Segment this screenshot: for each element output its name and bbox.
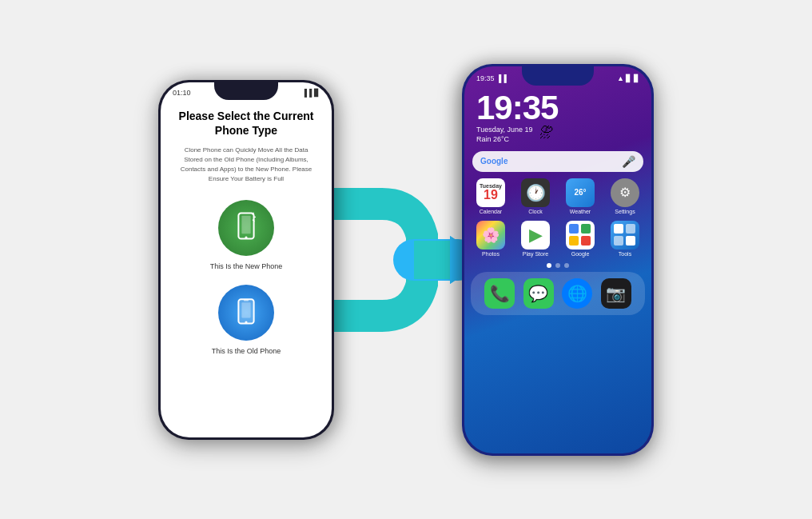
left-phone-title: Please Select the Current Phone Type — [177, 109, 316, 138]
app-settings[interactable]: ⚙ Settings — [605, 178, 645, 214]
calendar-icon: Tuesday 19 — [476, 178, 505, 207]
old-phone-circle — [218, 285, 274, 341]
left-phone: 01:10 ▐▐ ▊ Please Select the Current Pho… — [158, 80, 334, 440]
google-text: Google — [480, 157, 508, 166]
app-grid-row1: Tuesday 19 Calendar 🕐 Clock 26° Weather — [464, 178, 651, 214]
right-phone-screen: 19:35 ▐▐ ▲ ▊ ▊ 19:35 Tuesday, June 19 Ra… — [464, 66, 651, 453]
dock-browser[interactable]: 🌐 — [562, 278, 592, 309]
lock-weather: Rain 26°C — [476, 134, 533, 145]
tools-icon — [611, 221, 639, 250]
tools-label: Tools — [619, 251, 631, 257]
clock-icon: 🕐 — [521, 178, 550, 207]
svg-point-8 — [245, 321, 247, 323]
app-weather[interactable]: 26° Weather — [560, 178, 600, 214]
settings-label: Settings — [615, 209, 635, 214]
transfer-arrow — [310, 156, 486, 364]
lock-date-block: Tuesday, June 19 Rain 26°C — [476, 125, 533, 145]
clock-label: Clock — [528, 209, 543, 214]
photos-icon: 🌸 — [476, 221, 505, 250]
svg-point-2 — [245, 236, 247, 238]
app-playstore[interactable]: ▶ Play Store — [515, 221, 555, 257]
lock-date: Tuesday, June 19 — [476, 125, 533, 135]
app-google[interactable]: Google — [560, 221, 600, 257]
new-phone-circle — [218, 200, 274, 256]
calendar-label: Calendar — [480, 209, 502, 214]
right-phone: 19:35 ▐▐ ▲ ▊ ▊ 19:35 Tuesday, June 19 Ra… — [462, 64, 654, 456]
dock-camera[interactable]: 📷 — [601, 278, 631, 309]
right-status-time: 19:35 ▐▐ — [476, 74, 507, 82]
settings-icon: ⚙ — [611, 178, 639, 207]
left-phone-description: Clone Phone can Quickly Move All the Dat… — [177, 146, 316, 184]
dot-1 — [547, 263, 551, 268]
new-phone-icon — [234, 212, 258, 244]
dot-3 — [564, 263, 569, 268]
google-search-bar[interactable]: Google 🎤 — [472, 151, 643, 172]
google-label: Google — [571, 251, 590, 257]
app-grid-row2: 🌸 Photos ▶ Play Store Google — [464, 221, 651, 257]
lock-screen-time: 19:35 — [464, 91, 651, 125]
svg-rect-9 — [244, 300, 249, 301]
left-status-time: 01:10 — [173, 89, 191, 97]
svg-rect-1 — [241, 216, 250, 234]
app-tools[interactable]: Tools — [605, 221, 645, 257]
playstore-icon: ▶ — [521, 221, 550, 250]
dock-phone[interactable]: 📞 — [484, 278, 515, 309]
left-status-icons: ▐▐ ▊ — [302, 89, 320, 97]
app-calendar[interactable]: Tuesday 19 Calendar — [471, 178, 511, 214]
app-clock[interactable]: 🕐 Clock — [515, 178, 555, 214]
photos-label: Photos — [482, 251, 500, 257]
dot-2 — [555, 263, 560, 268]
page-dots — [464, 263, 651, 268]
left-phone-content: Please Select the Current Phone Type Clo… — [161, 101, 332, 377]
weather-icon-app: 26° — [566, 178, 595, 207]
new-phone-label: This Is the New Phone — [177, 262, 316, 270]
left-phone-notch — [214, 82, 278, 100]
old-phone-icon — [234, 297, 258, 329]
playstore-label: Play Store — [523, 251, 548, 257]
app-photos[interactable]: 🌸 Photos — [471, 221, 511, 257]
new-phone-option[interactable]: This Is the New Phone — [177, 200, 316, 270]
dock: 📞 💬 🌐 📷 — [471, 272, 645, 315]
dock-messages[interactable]: 💬 — [523, 278, 554, 309]
weather-label: Weather — [570, 209, 591, 214]
right-phone-notch — [522, 66, 594, 86]
old-phone-option[interactable]: This Is the Old Phone — [177, 285, 316, 355]
right-status-icons: ▲ ▊ ▊ — [617, 74, 639, 82]
old-phone-label: This Is the Old Phone — [177, 347, 316, 355]
weather-cloud-icon: ⛈ — [539, 125, 554, 142]
arrow-svg — [310, 156, 486, 364]
svg-rect-7 — [241, 302, 250, 317]
microphone-icon: 🎤 — [622, 155, 635, 168]
lock-date-weather: Tuesday, June 19 Rain 26°C ⛈ — [464, 125, 651, 145]
left-phone-screen: 01:10 ▐▐ ▊ Please Select the Current Pho… — [161, 82, 332, 437]
google-icon — [566, 221, 595, 250]
main-scene: 01:10 ▐▐ ▊ Please Select the Current Pho… — [0, 0, 812, 519]
